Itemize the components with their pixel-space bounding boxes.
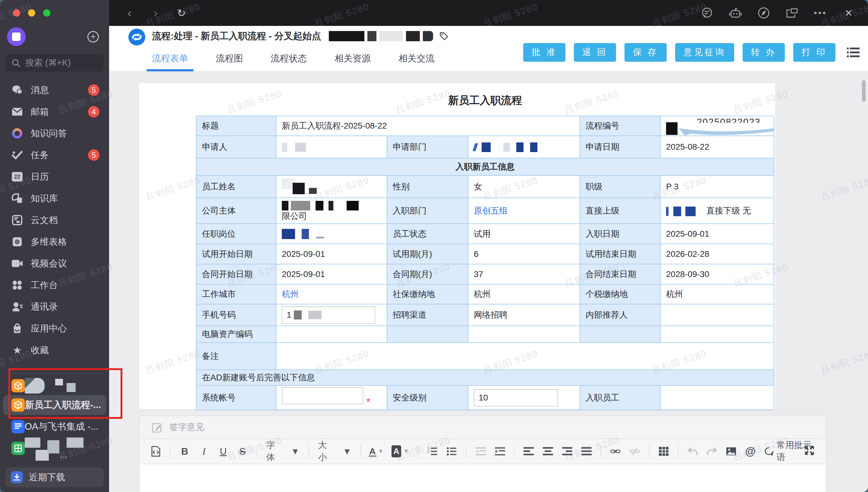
window-layout-icon[interactable]	[785, 6, 799, 20]
transfer-button[interactable]: 转 办	[743, 43, 785, 62]
field-value-redacted	[468, 136, 580, 158]
outdent-button[interactable]	[476, 445, 486, 458]
download-icon	[11, 471, 23, 483]
knowledge-qa-icon	[11, 128, 23, 139]
field-value: 2026-02-28	[660, 244, 774, 264]
tag-icon[interactable]	[439, 31, 449, 41]
menu-list-icon[interactable]	[846, 46, 860, 59]
recent-downloads-button[interactable]: 近期下载	[5, 467, 104, 487]
sidebar-item-tasks[interactable]: 任务 5	[0, 144, 109, 166]
tab-process-status[interactable]: 流程状态	[271, 52, 307, 71]
strikethrough-button[interactable]: S	[237, 445, 248, 458]
redo-button[interactable]	[707, 445, 717, 458]
insert-table-button[interactable]	[659, 445, 669, 458]
editor-text-area[interactable]	[140, 464, 826, 492]
sidebar-item-messages[interactable]: 消息 5	[0, 79, 109, 101]
sidebar-item-mail[interactable]: 邮箱 4	[0, 101, 109, 123]
return-button[interactable]: 退 回	[574, 43, 616, 62]
minimize-window-button[interactable]	[28, 9, 35, 17]
sidebar-item-video-meeting[interactable]: 视频会议	[0, 253, 109, 274]
save-button[interactable]: 保 存	[625, 43, 667, 62]
tab-process-form[interactable]: 流程表单	[152, 52, 188, 71]
align-center-button[interactable]	[543, 445, 553, 458]
page-title: 流程:处理 - 新员工入职流程 - 分叉起始点	[152, 30, 449, 43]
app-window: + 搜索 (⌘+K) 消息 5 邮箱 4 知识问答	[0, 0, 868, 492]
sidebar-item-docs[interactable]: 云文档	[0, 209, 109, 231]
sidebar-item-workbench[interactable]: 工作台	[0, 274, 109, 296]
insert-image-button[interactable]	[726, 445, 736, 458]
sidebar-item-label: 消息	[31, 84, 49, 96]
messages-icon	[11, 84, 23, 96]
workflow-header: 流程:处理 - 新员工入职流程 - 分叉起始点 流程表单 流程图 流程状态 相关…	[109, 26, 868, 72]
font-family-dropdown[interactable]: 字体▼	[266, 439, 300, 463]
sidebar-item-knowledge-qa[interactable]: 知识问答	[0, 123, 109, 144]
font-size-dropdown[interactable]: 大小▼	[318, 439, 351, 463]
fullscreen-expand-icon[interactable]	[804, 445, 815, 456]
bold-button[interactable]: B	[180, 445, 190, 458]
field-label: 职级	[580, 175, 660, 198]
search-input[interactable]: 搜索 (⌘+K)	[5, 54, 104, 72]
system-account-input[interactable]	[282, 387, 363, 404]
more-options-icon[interactable]: •••	[814, 6, 827, 20]
city-link[interactable]: 杭州	[282, 289, 299, 299]
ordered-list-button[interactable]: 12	[427, 445, 438, 458]
redacted-block	[329, 31, 365, 41]
app-center-icon	[11, 323, 23, 334]
forward-button[interactable]: ›	[149, 6, 162, 20]
form-title: 新员工入职流程	[196, 93, 774, 107]
align-right-button[interactable]	[562, 445, 572, 458]
sidebar-item-base[interactable]: 多维表格	[0, 231, 109, 253]
print-button[interactable]: 打 印	[793, 43, 836, 62]
tab-related-communication[interactable]: 相关交流	[398, 52, 435, 71]
vertical-scrollbar[interactable]	[862, 80, 866, 102]
add-workspace-button[interactable]: +	[87, 31, 99, 43]
comments-icon[interactable]	[700, 6, 714, 20]
field-value-empty	[468, 326, 580, 343]
field-label: 员工状态	[387, 224, 468, 244]
sidebar-item-wiki[interactable]: 知识库	[0, 188, 109, 209]
base-icon	[11, 236, 23, 247]
consult-button[interactable]: 意见征询	[675, 43, 734, 62]
mention-button[interactable]: @	[745, 445, 756, 458]
field-label: 备注	[196, 343, 276, 370]
sidebar-item-calendar[interactable]: 22 日历	[0, 166, 109, 188]
tab-process-diagram[interactable]: 流程图	[216, 52, 243, 71]
pinned-item-sheet-redacted[interactable]: ...	[0, 438, 109, 458]
workspace-avatar[interactable]	[7, 27, 26, 46]
indent-button[interactable]	[495, 445, 505, 458]
bullet-list-button[interactable]	[447, 445, 457, 458]
sidebar-item-contacts[interactable]: 通讯录	[0, 296, 109, 318]
pinned-item-oa-doc[interactable]: OA与飞书集成 -...	[0, 417, 109, 437]
sidebar-item-app-center[interactable]: 应用中心	[0, 318, 109, 339]
underline-button[interactable]: U	[218, 445, 229, 458]
highlight-color-button[interactable]: A▼	[392, 445, 409, 458]
security-level-input[interactable]: 10	[474, 389, 558, 407]
table-row: 标题 新员工入职流程-2025-08-22 流程编号 20250822023	[196, 116, 774, 136]
back-button[interactable]: ‹	[123, 6, 136, 20]
align-left-button[interactable]	[523, 445, 534, 458]
insert-link-button[interactable]	[610, 445, 620, 458]
approve-button[interactable]: 批 准	[523, 43, 565, 62]
phone-input[interactable]: 1	[282, 306, 375, 324]
tab-related-resources[interactable]: 相关资源	[334, 52, 371, 71]
text-color-button[interactable]: A▼	[370, 445, 382, 458]
browser-compass-icon[interactable]	[757, 6, 770, 20]
assistant-robot-icon[interactable]	[729, 6, 742, 20]
annotation-red-rectangle	[8, 368, 122, 419]
close-window-button[interactable]	[13, 9, 20, 17]
field-label: 招聘渠道	[387, 304, 468, 326]
undo-button[interactable]	[687, 445, 698, 458]
zoom-window-button[interactable]	[43, 9, 50, 17]
close-tab-icon[interactable]: ×	[842, 6, 855, 20]
refresh-button[interactable]: ↻	[175, 6, 188, 20]
remove-link-button[interactable]	[630, 445, 640, 458]
align-justify-button[interactable]	[581, 445, 592, 458]
tasks-icon	[11, 149, 23, 161]
source-code-icon[interactable]	[151, 445, 161, 458]
italic-button[interactable]: I	[199, 445, 209, 458]
sidebar-item-favorites[interactable]: ★ 收藏	[0, 339, 109, 361]
sidebar-item-label: 视频会议	[31, 257, 67, 270]
sign-pencil-icon	[152, 422, 163, 433]
redacted-label: ...	[25, 436, 104, 461]
join-dept-link[interactable]: 原创五组	[474, 206, 508, 215]
